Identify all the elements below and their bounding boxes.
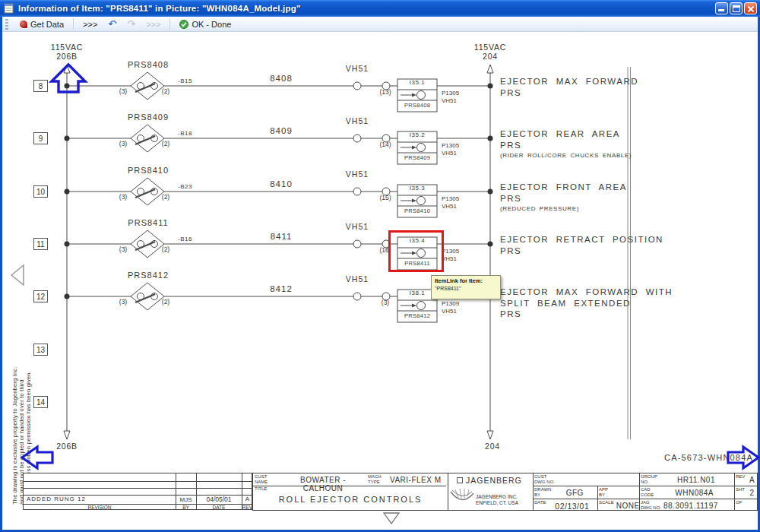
rung-number-8: 8: [33, 80, 48, 92]
wire-number-label: 8412: [251, 284, 312, 293]
device-label: PRS8410: [120, 166, 176, 175]
scale-value: NONE: [616, 502, 640, 510]
revision-date: 04/05/01: [196, 496, 242, 503]
mach-type-value: VARI-FLEX M: [390, 476, 442, 484]
toolbar: Get Data >>> ↶ ↷ >>> OK - Done: [2, 17, 758, 32]
device-label: PRS8409: [120, 112, 176, 122]
connector-label: VH51: [337, 274, 377, 283]
itemlink-tooltip: ItemLink for Item: "PRS8411": [431, 275, 501, 299]
wire-tag-label: -B18: [178, 130, 192, 137]
revision-by: MJS: [176, 496, 196, 503]
pan-down-triangle[interactable]: [382, 511, 401, 526]
cad-code-value: WHN084A: [675, 489, 714, 497]
terminal-right-label: (2): [157, 298, 175, 306]
pin-label: (14): [372, 141, 399, 148]
rung-number-11: 11: [33, 238, 48, 250]
rev-value: A: [749, 476, 755, 484]
plug-label: P1305 VH51: [442, 248, 459, 262]
rung-description: EJECTOR MAX FORWARD PRS: [500, 76, 755, 98]
rung-description: EJECTOR RETRACT POSITION PRS: [500, 234, 755, 256]
io-block-itemlink[interactable]: [396, 130, 439, 165]
wire-number-label: 8409: [251, 126, 312, 135]
toolbar-grip[interactable]: [5, 19, 8, 30]
by-header: BY: [176, 505, 196, 510]
rung-description: EJECTOR MAX FORWARD WITH SPLIT BEAM EXTE…: [500, 287, 755, 320]
logo-square-icon: [457, 477, 463, 483]
cad-code-cell: CAD CODE WHN084A: [639, 486, 734, 499]
date-cell: DATE 02/13/01: [533, 499, 597, 511]
get-data-button[interactable]: Get Data: [14, 19, 69, 30]
right-bus-bottom-label: 204: [473, 442, 512, 451]
terminal-right-label: (2): [157, 193, 175, 201]
jag-dwg-value: 88.3091.11197: [663, 502, 718, 510]
plug-label: P1305 VH51: [442, 90, 459, 104]
undo-icon: ↶: [108, 21, 116, 28]
date-value: 02/13/01: [555, 502, 589, 511]
device-label: PRS8412: [120, 271, 176, 280]
drawn-by-value: GFG: [566, 489, 584, 497]
jag-dwg-cell: JAG DWG NO. 88.3091.11197: [639, 499, 734, 511]
wire-tag-label: -B15: [178, 78, 192, 84]
rung-note: (RIDER ROLL/CORE CHUCKS ENABLE): [500, 152, 755, 159]
title-bar: Information of Item: "PRS8411" in Pictur…: [0, 0, 760, 17]
device-label: PRS8411: [120, 218, 176, 227]
terminal-left-label: (3): [114, 87, 132, 95]
pan-left-triangle[interactable]: [9, 263, 26, 287]
sht-value: 2: [749, 489, 754, 497]
app-by-cell: APP BY: [597, 486, 639, 499]
sht-cell: SHT 2: [734, 486, 758, 499]
connector-label: VH51: [337, 222, 377, 231]
cust-name-value: BOWATER - CALHOUN: [280, 476, 366, 492]
minimize-button[interactable]: [715, 2, 728, 14]
rung-number-13: 13: [33, 344, 48, 356]
ok-done-button[interactable]: OK - Done: [174, 19, 236, 30]
rev-header: REV: [242, 505, 253, 510]
app-icon: [4, 3, 14, 14]
revision-entry: ADDED RUNG 12: [27, 496, 86, 502]
terminal-left-label: (3): [114, 193, 132, 201]
plug-label: P1309 VH51: [442, 300, 459, 315]
terminal-right-label: (2): [157, 245, 175, 253]
rung-description: EJECTOR FRONT AREA PRS: [500, 182, 755, 204]
terminal-right-label: (2): [157, 140, 175, 147]
nav-up-arrow[interactable]: [49, 61, 90, 96]
io-block-itemlink[interactable]: [396, 183, 439, 218]
get-data-icon: [20, 21, 27, 28]
close-button[interactable]: [744, 2, 757, 14]
connector-label: VH51: [337, 169, 377, 179]
io-block-itemlink[interactable]: [396, 78, 439, 112]
step-forward-button[interactable]: >>>: [78, 19, 103, 30]
jagenberg-logo-fan: [449, 487, 475, 507]
rung-note: (REDUCED PRESSURE): [500, 205, 755, 212]
right-bus-label: 115VAC204: [461, 43, 519, 61]
rung-number-10: 10: [33, 185, 48, 198]
maximize-button[interactable]: [730, 2, 743, 14]
step-forward-disabled-button[interactable]: >>>: [141, 19, 166, 30]
nav-left-arrow[interactable]: [18, 444, 56, 471]
wire-tag-label: -B23: [178, 183, 192, 190]
revision-rev: A: [242, 496, 253, 502]
wire-tag-label: -B16: [178, 236, 192, 242]
group-no-cell: GROUP NO. HR11.N01: [639, 473, 734, 486]
redo-button[interactable]: ↷: [122, 20, 141, 29]
group-no-value: HR11.N01: [677, 476, 715, 484]
nav-right-arrow[interactable]: [724, 444, 760, 471]
redo-icon: ↷: [127, 21, 135, 28]
device-label: PRS8408: [120, 60, 176, 69]
item-highlight-box: [388, 230, 444, 272]
rung-number-14: 14: [33, 396, 48, 408]
rev-cell: REV A: [734, 473, 758, 486]
drawing-canvas: [2, 32, 758, 530]
terminal-right-label: (2): [157, 87, 175, 95]
drawn-by-cell: DRAWN BY GFG: [533, 486, 597, 499]
toolbar-separator: [73, 18, 74, 30]
plug-label: P1305 VH51: [442, 195, 459, 210]
ok-check-icon: [179, 20, 188, 29]
cust-dwg-cell: CUST DWG NO.: [533, 473, 639, 486]
revision-table: ADDED RUNG 12 MJS 04/05/01 A REVISION BY…: [23, 473, 252, 510]
connector-label: VH51: [337, 64, 377, 73]
undo-button[interactable]: ↶: [103, 20, 122, 29]
title-block: CUST NAME BOWATER - CALHOUN MACH TYPE VA…: [252, 473, 758, 511]
title-label: TITLE: [255, 486, 267, 492]
rung-number-9: 9: [33, 132, 48, 144]
